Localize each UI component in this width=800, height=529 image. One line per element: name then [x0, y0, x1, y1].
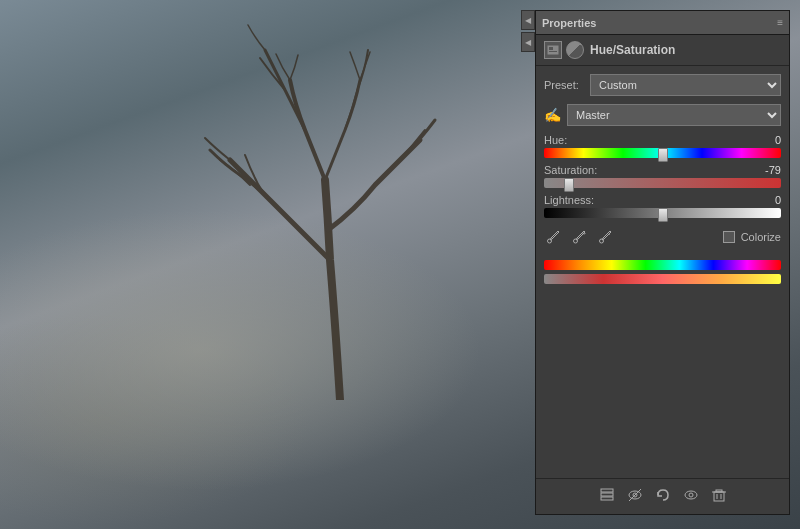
eyedropper-add-icon[interactable]: + [570, 228, 588, 246]
hue-slider-row: Hue: 0 [544, 134, 781, 158]
layers-footer-icon[interactable] [599, 487, 615, 506]
saturation-slider-header: Saturation: -79 [544, 164, 781, 176]
channel-row: ✍ Master Reds Yellows Greens Cyans Blues… [544, 104, 781, 126]
lightness-value: 0 [756, 194, 781, 206]
hue-slider-thumb[interactable] [658, 148, 668, 162]
saturation-value: -79 [756, 164, 781, 176]
panel-titlebar: Properties ≡ [536, 11, 789, 35]
tools-row: + - [544, 226, 614, 248]
saturation-spectrum-bar [544, 274, 781, 284]
saturation-slider-track[interactable] [544, 178, 781, 188]
svg-rect-16 [714, 492, 724, 501]
preset-select[interactable]: Custom Default Cyanotype Old Style Sepia… [590, 74, 781, 96]
hue-spectrum-bar [544, 260, 781, 270]
tools-colorize-area: + - Colorize [544, 226, 781, 248]
svg-point-6 [600, 239, 604, 243]
lightness-slider-header: Lightness: 0 [544, 194, 781, 206]
color-bars [544, 260, 781, 284]
panel-header: Hue/Saturation [536, 35, 789, 66]
svg-point-4 [574, 239, 578, 243]
channel-select[interactable]: Master Reds Yellows Greens Cyans Blues M… [567, 104, 781, 126]
eyedropper-remove-icon[interactable]: - [596, 228, 614, 246]
svg-point-15 [689, 493, 693, 497]
svg-rect-9 [601, 493, 613, 496]
panel-title-icons: ≡ [777, 18, 783, 28]
collapse-buttons[interactable]: ◀ ◀ [521, 10, 535, 52]
layer-thumbnail-icon [544, 41, 562, 59]
svg-rect-2 [549, 51, 557, 52]
undo-footer-icon[interactable] [655, 487, 671, 506]
colorize-checkbox[interactable] [723, 231, 735, 243]
panel-footer [536, 478, 789, 514]
channel-select-wrapper: Master Reds Yellows Greens Cyans Blues M… [567, 104, 781, 126]
layer-icons [544, 41, 584, 59]
svg-text:+: + [582, 230, 586, 237]
properties-panel: Properties ≡ Hue/Saturation Preset: [535, 10, 790, 515]
svg-rect-1 [549, 47, 553, 50]
adjustment-layer-icon [566, 41, 584, 59]
lightness-slider-row: Lightness: 0 [544, 194, 781, 218]
panel-menu-icon[interactable]: ≡ [777, 18, 783, 28]
eyedropper-icon[interactable] [544, 228, 562, 246]
hue-label: Hue: [544, 134, 567, 146]
slider-section: Hue: 0 Saturation: -79 [544, 134, 781, 218]
layer-name: Hue/Saturation [590, 43, 675, 57]
hue-slider-header: Hue: 0 [544, 134, 781, 146]
lightness-slider-thumb[interactable] [658, 208, 668, 222]
hue-slider-track[interactable] [544, 148, 781, 158]
lightness-label: Lightness: [544, 194, 594, 206]
svg-rect-10 [601, 489, 613, 492]
svg-rect-18 [716, 490, 722, 492]
preset-select-wrapper: Custom Default Cyanotype Old Style Sepia… [590, 74, 781, 96]
eye-footer-icon[interactable] [683, 487, 699, 506]
svg-point-14 [685, 491, 697, 499]
collapse-btn-bottom[interactable]: ◀ [521, 32, 535, 52]
svg-point-3 [548, 239, 552, 243]
preset-label: Preset: [544, 79, 584, 91]
tree-decoration [200, 0, 480, 400]
svg-rect-8 [601, 497, 613, 500]
trash-footer-icon[interactable] [711, 487, 727, 506]
saturation-label: Saturation: [544, 164, 597, 176]
hand-tool-icon[interactable]: ✍ [544, 107, 561, 123]
colorize-row: Colorize [723, 231, 781, 243]
saturation-slider-thumb[interactable] [564, 178, 574, 192]
lightness-slider-track[interactable] [544, 208, 781, 218]
preset-row: Preset: Custom Default Cyanotype Old Sty… [544, 74, 781, 96]
visibility-footer-icon[interactable] [627, 487, 643, 506]
colorize-label: Colorize [741, 231, 781, 243]
panel-content: Preset: Custom Default Cyanotype Old Sty… [536, 66, 789, 478]
collapse-btn-top[interactable]: ◀ [521, 10, 535, 30]
saturation-slider-row: Saturation: -79 [544, 164, 781, 188]
hue-value: 0 [756, 134, 781, 146]
panel-title: Properties [542, 17, 596, 29]
